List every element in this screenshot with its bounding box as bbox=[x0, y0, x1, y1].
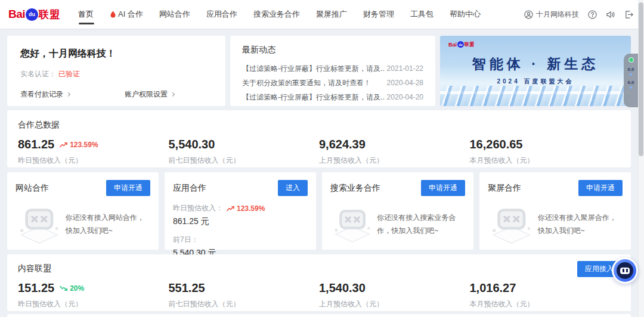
dashboard-page: Bai du 联盟 首页 AI 合作 网站合作 应用合作 搜索业务合作 聚屏推广… bbox=[0, 0, 644, 317]
robot-ring bbox=[614, 259, 636, 282]
trend-badge: 20% bbox=[60, 284, 84, 293]
banner-logo: Bai du 联盟 bbox=[448, 41, 474, 48]
page-scrollbar[interactable] bbox=[638, 0, 644, 317]
user-name: 十月网络科技 bbox=[536, 10, 579, 20]
speaker-icon bbox=[606, 10, 615, 19]
summary-stats: 861.25 123.59% 昨日预估收入（元） 5,540.30 前七日预估收… bbox=[18, 138, 620, 166]
help-button[interactable] bbox=[588, 10, 597, 19]
news-date: 2020-04-28 bbox=[387, 79, 423, 87]
nav-item-search-coop[interactable]: 搜索业务合作 bbox=[253, 0, 300, 29]
announcement-sound-button[interactable] bbox=[606, 10, 615, 19]
quick-links: 查看付款记录 账户权限设置 bbox=[20, 89, 212, 100]
nav-item-toolkit[interactable]: 工具包 bbox=[410, 0, 434, 29]
assistant-robot-button[interactable] bbox=[612, 257, 638, 284]
trend-badge: 123.59% bbox=[60, 141, 98, 149]
scrollbar-thumb[interactable] bbox=[639, 2, 643, 156]
chevron-right-icon bbox=[171, 92, 175, 97]
nav-item-ai-coop[interactable]: AI 合作 bbox=[110, 0, 143, 29]
news-item[interactable]: 关于积分政策的重要通知，请及时查看！ 2020-04-28 bbox=[242, 76, 423, 90]
chevron-right-icon bbox=[66, 92, 70, 97]
main-nav: 首页 AI 合作 网站合作 应用合作 搜索业务合作 聚屏推广 财务管理 工具包 … bbox=[78, 0, 481, 29]
empty-state: 你还没有接入网站合作，快加入我们吧~ bbox=[16, 198, 150, 251]
stat-this-month: 16,260.65 本月预估收入（元） bbox=[470, 138, 621, 166]
card-title: 搜索业务合作 bbox=[330, 183, 380, 194]
card-title: 聚屏合作 bbox=[488, 183, 521, 194]
side-panel-widget[interactable]: 0.0 0.0 bbox=[624, 54, 638, 107]
blue-dot-icon bbox=[630, 86, 632, 89]
user-menu[interactable]: 十月网络科技 bbox=[524, 10, 579, 20]
summary-title: 合作总数据 bbox=[18, 120, 620, 130]
greeting-title: 您好，十月网络科技！ bbox=[20, 48, 212, 60]
trend-up-icon bbox=[227, 206, 235, 212]
news-date: 2020-04-20 bbox=[387, 93, 423, 101]
nav-item-app-coop[interactable]: 应用合作 bbox=[206, 0, 237, 29]
coop-summary-card: 合作总数据 861.25 123.59% 昨日预估收入（元） 5,540.30 bbox=[7, 110, 631, 167]
avatar-icon bbox=[524, 10, 533, 19]
next-section-peek bbox=[7, 314, 631, 317]
apply-open-button[interactable]: 申请开通 bbox=[106, 180, 150, 196]
nav-item-juping-promo[interactable]: 聚屏推广 bbox=[316, 0, 347, 29]
empty-state: 你还没有接入搜索业务合作，快加入我们吧~ bbox=[330, 198, 465, 251]
nav-item-home[interactable]: 首页 bbox=[78, 0, 94, 29]
app-coop-stats: 昨日预估收入： 123.59% 861.25 元 前7日： 5,540.30 元 bbox=[173, 203, 308, 259]
content-union-stats: 151.25 20% 昨日预估收入（元） 551.25 前七日预估收入（元） 1… bbox=[18, 281, 620, 309]
content-union-card: 内容联盟 应用接入 151.25 20% 昨日预估收入（元） 551.2 bbox=[7, 254, 631, 311]
apply-open-button[interactable]: 申请开通 bbox=[421, 180, 465, 196]
card-title: 网站合作 bbox=[16, 183, 49, 194]
logo-union-text: 联盟 bbox=[39, 8, 60, 21]
stat-yesterday: 861.25 123.59% 昨日预估收入（元） bbox=[18, 138, 169, 166]
nav-item-finance[interactable]: 财务管理 bbox=[363, 0, 394, 29]
trend-down-icon bbox=[60, 285, 68, 291]
promo-banner[interactable]: Bai du 联盟 智能体 · 新生态 2024 百度联盟大会 bbox=[440, 36, 631, 106]
website-coop-card: 网站合作 申请开通 你还没有接入网站合作，快加入我们吧~ bbox=[7, 172, 159, 250]
enter-button[interactable]: 进入 bbox=[278, 180, 308, 196]
nav-item-help-center[interactable]: 帮助中心 bbox=[450, 0, 481, 29]
empty-tv-illustration bbox=[488, 198, 535, 251]
empty-tv-illustration bbox=[16, 198, 63, 251]
top-navbar: Bai du 联盟 首页 AI 合作 网站合作 应用合作 搜索业务合作 聚屏推广… bbox=[0, 0, 644, 29]
juping-coop-card: 聚屏合作 申请开通 你还没有接入聚屏合作，快加入我们吧~ bbox=[479, 172, 631, 250]
banner-subtitle: 2024 百度联盟大会 bbox=[440, 77, 631, 86]
side-widget-stat: 0.0 bbox=[627, 80, 634, 89]
news-item[interactable]: 【过滤策略-行业屏蔽】行业标签更新，请及... 2021-01-22 bbox=[242, 61, 423, 76]
stat-prev7days: 5,540.30 前七日预估收入（元） bbox=[169, 138, 320, 166]
logout-button[interactable] bbox=[624, 10, 633, 19]
baidu-paw-icon: du bbox=[457, 41, 464, 48]
trend-up-icon bbox=[60, 142, 68, 148]
stat-yesterday: 151.25 20% 昨日预估收入（元） bbox=[18, 281, 169, 309]
logo-bai-text: Bai bbox=[8, 8, 25, 21]
news-item[interactable]: 【过滤策略-行业屏蔽】行业标签更新，请及... 2020-04-20 bbox=[242, 90, 423, 104]
app-coop-card: 应用合作 进入 昨日预估收入： 123.59% 861.25 元 前7日： 5,… bbox=[165, 172, 316, 250]
flame-icon bbox=[110, 11, 116, 18]
search-coop-card: 搜索业务合作 申请开通 你还没有接入搜索业务合作，快加入我们吧~ bbox=[322, 172, 473, 250]
stat-prev7days: 551.25 前七日预估收入（元） bbox=[169, 281, 320, 309]
trend-badge: 123.59% bbox=[227, 204, 265, 213]
online-status-dot bbox=[628, 57, 634, 63]
stat-last-month: 9,624.39 上月预估收入（元） bbox=[319, 138, 470, 166]
account-permission-link[interactable]: 账户权限设置 bbox=[125, 89, 174, 100]
empty-state: 你还没有接入聚屏合作，快加入我们吧~ bbox=[488, 198, 623, 251]
news-date: 2021-01-22 bbox=[387, 64, 423, 73]
stat-last-month: 1,540.30 上月预估收入（元） bbox=[319, 281, 470, 309]
realname-row: 实名认证：已验证 bbox=[20, 69, 212, 79]
realname-label: 实名认证： bbox=[20, 70, 56, 78]
banner-streaks-decoration bbox=[440, 86, 631, 106]
news-title: 最新动态 bbox=[242, 45, 423, 55]
nav-item-website-coop[interactable]: 网站合作 bbox=[159, 0, 190, 29]
stat-this-month: 1,016.27 本月预估收入（元） bbox=[470, 281, 621, 309]
payment-records-link[interactable]: 查看付款记录 bbox=[20, 89, 70, 100]
card-title: 应用合作 bbox=[173, 183, 206, 194]
empty-tv-illustration bbox=[330, 198, 374, 251]
question-circle-icon bbox=[588, 10, 597, 19]
realname-status-badge: 已验证 bbox=[58, 70, 80, 78]
side-widget-stat: 0.0 bbox=[627, 67, 634, 76]
greeting-card: 您好，十月网络科技！ 实名认证：已验证 查看付款记录 账户权限设置 bbox=[7, 36, 225, 106]
content-union-title: 内容联盟 bbox=[18, 263, 620, 274]
blue-dot-icon bbox=[630, 73, 632, 76]
baidu-union-logo[interactable]: Bai du 联盟 bbox=[8, 8, 60, 21]
robot-face-icon bbox=[617, 262, 633, 279]
apply-open-button[interactable]: 申请开通 bbox=[578, 180, 623, 196]
topbar-right: 十月网络科技 bbox=[524, 10, 633, 20]
latest-news-card: 最新动态 【过滤策略-行业屏蔽】行业标签更新，请及... 2021-01-22 … bbox=[230, 36, 435, 106]
banner-title: 智能体 · 新生态 bbox=[440, 55, 631, 73]
